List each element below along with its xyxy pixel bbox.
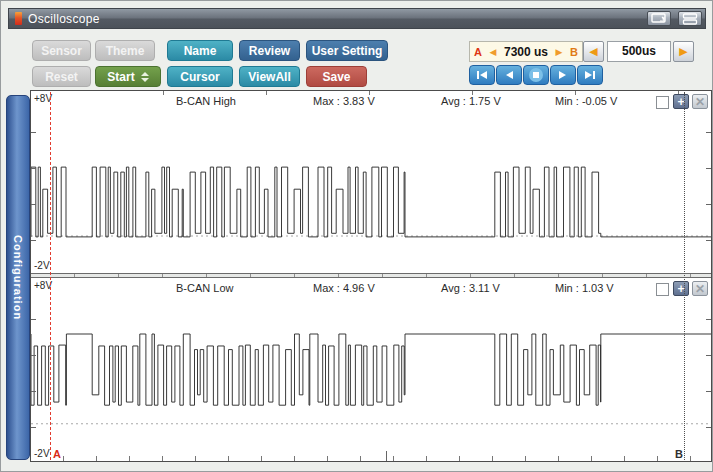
stat-avg: Avg : 3.11 V xyxy=(441,282,500,294)
b-right-arrow-icon[interactable]: ▶ xyxy=(556,47,563,57)
time-cursor-a-label: A xyxy=(53,448,61,460)
channel-name: B-CAN Low xyxy=(176,282,233,294)
popout-window-button[interactable] xyxy=(647,11,671,26)
time-cursor-a[interactable] xyxy=(50,92,51,460)
user-setting-button[interactable]: User Setting xyxy=(306,40,388,61)
close-panel-button[interactable]: ✕ xyxy=(692,281,708,296)
reset-button[interactable]: Reset xyxy=(32,66,91,87)
voltage-bottom-label: -2V xyxy=(34,260,50,271)
start-button[interactable]: Start xyxy=(95,66,161,87)
playback-skip-start-button[interactable] xyxy=(469,65,495,85)
right-ruler-ticks xyxy=(706,284,711,455)
scope-area: +8V -2V B-CAN High Max : 3.83 V Avg : 1.… xyxy=(30,90,712,462)
cursor-a-readout-label: A xyxy=(474,46,482,58)
review-button[interactable]: Review xyxy=(239,40,300,61)
popout-window-icon xyxy=(651,13,667,24)
bottom-ruler-ticks xyxy=(31,456,711,461)
cursor-b-readout-label: B xyxy=(570,46,578,58)
bottom-ruler-center-tick xyxy=(386,451,387,461)
signal-trace xyxy=(31,167,711,237)
timebase-increase-button[interactable]: ▶ xyxy=(673,41,694,62)
channel-name: B-CAN High xyxy=(176,95,236,107)
panel-header: B-CAN Low Max : 4.96 V Avg : 3.11 V Min … xyxy=(31,279,711,297)
configuration-tab-label: Configuration xyxy=(12,235,24,320)
expand-panel-button[interactable]: + xyxy=(673,94,689,109)
panel-header: B-CAN High Max : 3.83 V Avg : 1.75 V Min… xyxy=(31,92,711,110)
close-panel-button[interactable]: ✕ xyxy=(692,94,708,109)
configuration-tab[interactable]: Configuration xyxy=(6,95,30,460)
stat-max: Max : 3.83 V xyxy=(313,95,375,107)
stat-max: Max : 4.96 V xyxy=(313,282,375,294)
viewall-button[interactable]: ViewAll xyxy=(239,66,300,87)
timebase-value: 500us xyxy=(607,41,671,62)
playback-step-back-button[interactable] xyxy=(496,65,522,85)
left-ruler-ticks xyxy=(31,284,36,455)
stat-min: Min : 1.03 V xyxy=(555,282,614,294)
app-icon xyxy=(15,12,22,25)
oscilloscope-window: Oscilloscope Sensor Theme Name Review Us… xyxy=(0,0,713,472)
ab-range-readout: A ◀ 7300 us ▶ B xyxy=(469,41,583,62)
skip-start-icon xyxy=(475,70,489,80)
cursor-button[interactable]: Cursor xyxy=(167,66,233,87)
name-button[interactable]: Name xyxy=(167,40,233,61)
time-cursor-b-label: B xyxy=(675,448,683,460)
step-back-icon xyxy=(503,70,515,80)
start-spinner-icon xyxy=(141,72,149,82)
expand-panel-button[interactable]: + xyxy=(673,281,689,296)
left-ruler-ticks xyxy=(31,97,36,267)
scope-panel-bcan-low: +8V -2V B-CAN Low Max : 4.96 V Avg : 3.1… xyxy=(31,278,711,461)
channel-checkbox[interactable] xyxy=(656,283,669,296)
window-title: Oscilloscope xyxy=(28,12,100,26)
stop-icon xyxy=(527,67,545,83)
window-list-button[interactable] xyxy=(678,11,702,26)
bcan-low-waveform xyxy=(31,278,711,461)
titlebar: Oscilloscope xyxy=(8,8,706,29)
timebase-decrease-button[interactable]: ◀ xyxy=(583,41,604,62)
save-button[interactable]: Save xyxy=(306,66,367,87)
scope-panel-bcan-high: +8V -2V B-CAN High Max : 3.83 V Avg : 1.… xyxy=(31,91,711,273)
playback-stop-button[interactable] xyxy=(523,65,549,85)
signal-trace xyxy=(31,334,711,405)
skip-end-icon xyxy=(583,70,597,80)
bcan-high-waveform xyxy=(31,91,711,273)
sensor-button[interactable]: Sensor xyxy=(32,40,91,61)
playback-step-forward-button[interactable] xyxy=(550,65,576,85)
stat-min: Min : -0.05 V xyxy=(555,95,617,107)
voltage-bottom-label: -2V xyxy=(34,448,50,459)
right-ruler-ticks xyxy=(706,97,711,267)
start-button-label: Start xyxy=(107,67,134,87)
step-forward-icon xyxy=(557,70,569,80)
playback-skip-end-button[interactable] xyxy=(577,65,603,85)
a-left-arrow-icon[interactable]: ◀ xyxy=(490,47,497,57)
theme-button[interactable]: Theme xyxy=(95,40,155,61)
window-list-icon xyxy=(682,13,698,25)
stat-avg: Avg : 1.75 V xyxy=(441,95,501,107)
ab-range-value: 7300 us xyxy=(504,45,548,59)
channel-checkbox[interactable] xyxy=(656,96,669,109)
time-cursor-b[interactable] xyxy=(684,92,685,460)
